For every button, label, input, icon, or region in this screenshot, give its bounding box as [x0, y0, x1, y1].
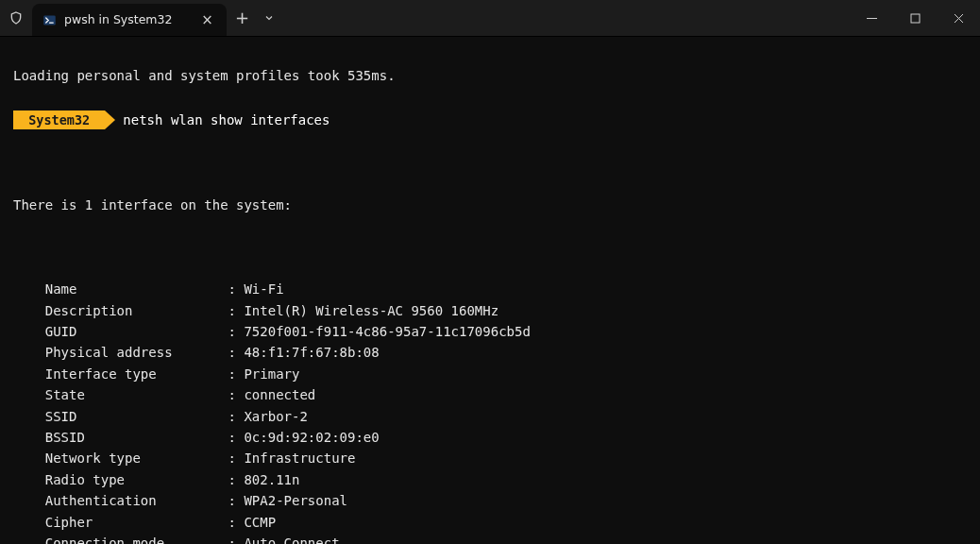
- property-row: State : connected: [13, 384, 967, 405]
- window-titlebar: pwsh in System32 × +: [0, 0, 980, 37]
- property-row: Cipher : CCMP: [13, 512, 967, 533]
- prompt-dir-pill: System32: [13, 110, 105, 129]
- blank-line: [13, 237, 967, 258]
- shield-icon: [8, 9, 25, 26]
- svg-rect-1: [911, 14, 920, 23]
- powershell-icon: [42, 12, 57, 27]
- terminal-output[interactable]: Loading personal and system profiles too…: [0, 37, 980, 544]
- property-row: SSID : Xarbor-2: [13, 406, 967, 427]
- property-row: Authentication : WPA2-Personal: [13, 490, 967, 511]
- new-tab-button[interactable]: +: [227, 9, 257, 26]
- tab-dropdown-button[interactable]: [257, 12, 281, 24]
- command-text: netsh wlan show interfaces: [123, 110, 329, 130]
- property-row: BSSID : 0c:9d:92:02:09:e0: [13, 427, 967, 448]
- pill-arrow: [105, 110, 115, 129]
- tab-close-button[interactable]: ×: [198, 13, 215, 27]
- property-row: Radio type : 802.11n: [13, 469, 967, 490]
- property-row: Physical address : 48:f1:7f:67:8b:08: [13, 342, 967, 363]
- window-controls: [850, 0, 980, 36]
- svg-rect-0: [43, 15, 56, 25]
- property-row: Network type : Infrastructure: [13, 448, 967, 468]
- property-row: Description : Intel(R) Wireless-AC 9560 …: [13, 300, 967, 321]
- property-row: GUID : 7520f001-f911-4c86-95a7-11c17096c…: [13, 321, 967, 342]
- tab-title: pwsh in System32: [64, 14, 172, 26]
- property-row: Interface type : Primary: [13, 364, 967, 384]
- titlebar-left: pwsh in System32 × +: [0, 0, 281, 36]
- profile-load-line: Loading personal and system profiles too…: [13, 65, 967, 86]
- output-header: There is 1 interface on the system:: [13, 195, 967, 215]
- property-row: Name : Wi-Fi: [13, 279, 967, 299]
- maximize-button[interactable]: [893, 0, 937, 36]
- blank-line: [13, 152, 967, 173]
- tab-active[interactable]: pwsh in System32 ×: [32, 4, 227, 36]
- close-window-button[interactable]: [937, 0, 980, 36]
- prompt-1: System32 netsh wlan show interfaces: [13, 110, 967, 130]
- property-row: Connection mode : Auto Connect: [13, 533, 967, 544]
- interface-properties: Name : Wi-Fi Description : Intel(R) Wire…: [13, 279, 967, 544]
- prompt-dir-label: System32: [28, 110, 90, 129]
- minimize-button[interactable]: [850, 0, 893, 36]
